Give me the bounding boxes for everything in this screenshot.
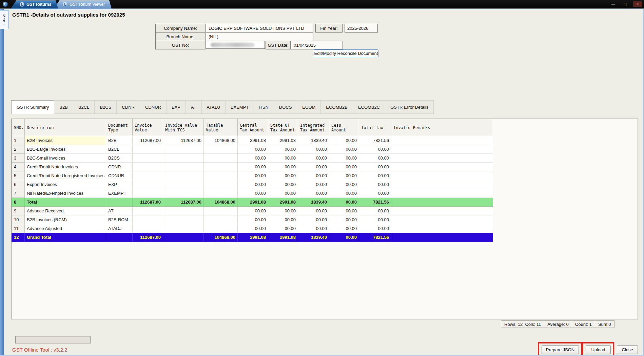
cell[interactable]: 10 bbox=[12, 215, 25, 224]
cell[interactable]: 7821.56 bbox=[359, 198, 391, 207]
cell[interactable]: 00.00 bbox=[268, 145, 298, 154]
cell[interactable]: 00.00 bbox=[298, 189, 329, 198]
cell[interactable] bbox=[163, 189, 204, 198]
cell[interactable]: 00.00 bbox=[329, 189, 359, 198]
cell[interactable] bbox=[133, 154, 163, 163]
cell[interactable]: 00.00 bbox=[359, 145, 391, 154]
cell[interactable]: 00.00 bbox=[238, 180, 268, 189]
cell[interactable] bbox=[163, 215, 204, 224]
cell[interactable] bbox=[391, 171, 493, 180]
maximize-icon[interactable]: ▢ bbox=[621, 1, 630, 7]
cell[interactable]: CDNR bbox=[106, 163, 133, 171]
close-button[interactable]: Close bbox=[617, 345, 638, 354]
cell[interactable] bbox=[204, 189, 238, 198]
cell[interactable]: 00.00 bbox=[298, 154, 329, 163]
cell[interactable]: 2991.08 bbox=[268, 136, 298, 145]
cell[interactable]: CDNUR bbox=[106, 171, 133, 180]
cell[interactable] bbox=[204, 180, 238, 189]
cell[interactable]: 00.00 bbox=[238, 163, 268, 171]
cell[interactable]: 112687.00 bbox=[133, 136, 163, 145]
tab-at[interactable]: AT bbox=[186, 100, 202, 114]
cell[interactable] bbox=[106, 233, 133, 242]
cell[interactable]: 00.00 bbox=[268, 154, 298, 163]
cell[interactable] bbox=[133, 215, 163, 224]
cell[interactable]: EXP bbox=[106, 180, 133, 189]
cell[interactable] bbox=[204, 154, 238, 163]
cell[interactable]: 7821.56 bbox=[359, 136, 391, 145]
column-header[interactable]: Central Tax Amount bbox=[238, 119, 268, 136]
cell[interactable] bbox=[163, 154, 204, 163]
cell[interactable]: 104868.00 bbox=[204, 198, 238, 207]
cell[interactable]: 2991.08 bbox=[238, 198, 268, 207]
cell[interactable]: B2CL bbox=[106, 145, 133, 154]
tab-cdnr[interactable]: CDNR bbox=[117, 100, 140, 114]
tab-gstr-summary[interactable]: GSTR Summary bbox=[11, 100, 54, 114]
cell[interactable]: 00.00 bbox=[238, 215, 268, 224]
company-name-value[interactable]: LOGIC ERP SOFTWARE SOLUTIONS PVT LTD bbox=[206, 24, 313, 33]
cell[interactable] bbox=[163, 180, 204, 189]
cell[interactable]: 00.00 bbox=[268, 163, 298, 171]
cell[interactable]: 112687.00 bbox=[163, 198, 204, 207]
cell[interactable]: 112687.00 bbox=[163, 136, 204, 145]
cell[interactable]: 3 bbox=[12, 154, 25, 163]
cell[interactable]: 00.00 bbox=[359, 189, 391, 198]
column-header[interactable]: State UT Tax Amount bbox=[268, 119, 298, 136]
gst-no-value[interactable] bbox=[206, 41, 265, 49]
cell[interactable]: 00.00 bbox=[298, 163, 329, 171]
cell[interactable] bbox=[133, 163, 163, 171]
cell[interactable] bbox=[163, 207, 204, 215]
cell[interactable]: 112687.00 bbox=[133, 198, 163, 207]
cell[interactable]: B2B-RCM bbox=[106, 215, 133, 224]
cell[interactable]: 00.00 bbox=[268, 171, 298, 180]
cell[interactable]: Grand Total bbox=[25, 233, 106, 242]
cell[interactable] bbox=[133, 171, 163, 180]
cell[interactable] bbox=[391, 145, 493, 154]
cell[interactable]: B2CS bbox=[106, 154, 133, 163]
tab-atadj[interactable]: ATADJ bbox=[202, 100, 226, 114]
cell[interactable] bbox=[204, 163, 238, 171]
cell[interactable]: B2B Invoices (RCM) bbox=[25, 215, 106, 224]
cell[interactable]: 2991.08 bbox=[268, 233, 298, 242]
tab-cdnur[interactable]: CDNUR bbox=[140, 100, 167, 114]
cell[interactable]: 1839.40 bbox=[298, 233, 329, 242]
cell[interactable] bbox=[163, 145, 204, 154]
cell[interactable]: 7 bbox=[12, 189, 25, 198]
tab-ecomb2b[interactable]: ECOMB2B bbox=[321, 100, 353, 114]
cell[interactable]: 00.00 bbox=[298, 215, 329, 224]
cell[interactable]: 00.00 bbox=[329, 136, 359, 145]
cell[interactable]: 00.00 bbox=[359, 215, 391, 224]
cell[interactable]: 00.00 bbox=[359, 154, 391, 163]
cell[interactable]: 9 bbox=[12, 207, 25, 215]
cell[interactable]: 2991.08 bbox=[238, 136, 268, 145]
cell[interactable]: 00.00 bbox=[329, 233, 359, 242]
cell[interactable]: 2 bbox=[12, 145, 25, 154]
cell[interactable] bbox=[106, 198, 133, 207]
cell[interactable]: Advance Adjusted bbox=[25, 224, 106, 233]
cell[interactable]: 00.00 bbox=[359, 171, 391, 180]
branch-name-value[interactable]: (NIL) bbox=[206, 32, 313, 41]
tab-b2cl[interactable]: B2CL bbox=[73, 100, 95, 114]
cell[interactable] bbox=[391, 215, 493, 224]
cell[interactable]: 00.00 bbox=[329, 154, 359, 163]
cell[interactable]: 2991.08 bbox=[268, 198, 298, 207]
cell[interactable]: AT bbox=[106, 207, 133, 215]
cell[interactable] bbox=[391, 180, 493, 189]
column-header[interactable]: Cess Amount bbox=[329, 119, 359, 136]
cell[interactable] bbox=[163, 233, 204, 242]
cell[interactable]: 104868.00 bbox=[204, 233, 238, 242]
cell[interactable]: 00.00 bbox=[329, 207, 359, 215]
cell[interactable]: 5 bbox=[12, 171, 25, 180]
cell[interactable]: 00.00 bbox=[329, 224, 359, 233]
tab-hsn[interactable]: HSN bbox=[254, 100, 274, 114]
cell[interactable]: 00.00 bbox=[238, 224, 268, 233]
tab-b2b[interactable]: B2B bbox=[54, 100, 73, 114]
column-header[interactable]: Taxable Value bbox=[204, 119, 238, 136]
minimize-icon[interactable]: — bbox=[609, 1, 618, 7]
cell[interactable]: B2C-Small Invoices bbox=[25, 154, 106, 163]
column-header[interactable]: Invoice Value bbox=[133, 119, 163, 136]
cell[interactable] bbox=[133, 207, 163, 215]
edit-modify-reconcile-button[interactable]: Edit/Modify Reconcile Document bbox=[314, 49, 378, 57]
cell[interactable]: 1 bbox=[12, 136, 25, 145]
cell[interactable]: 00.00 bbox=[268, 189, 298, 198]
cell[interactable]: 1839.40 bbox=[298, 136, 329, 145]
